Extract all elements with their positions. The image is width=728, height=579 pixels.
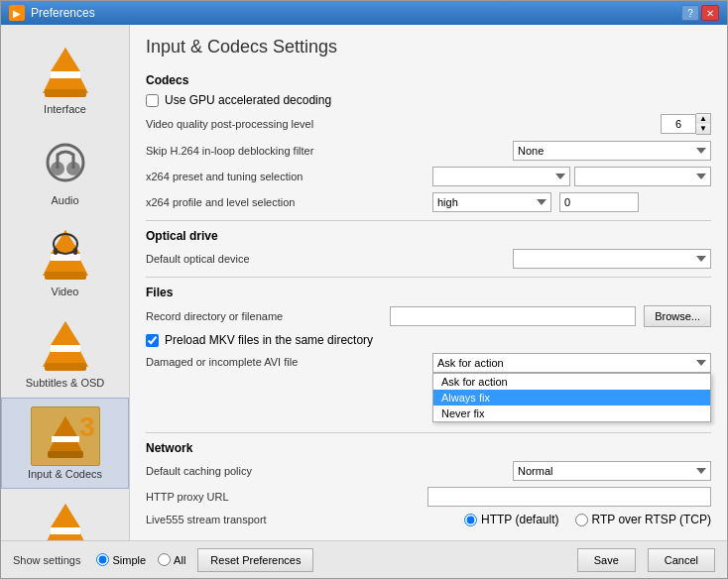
subtitles-icon — [36, 315, 95, 375]
live555-http-radio[interactable] — [464, 514, 477, 526]
all-radio-option[interactable]: All — [158, 553, 185, 566]
sidebar: Interface Audio — [1, 25, 130, 540]
codecs-section-header: Codecs — [146, 73, 711, 87]
svg-marker-2 — [51, 48, 80, 71]
reset-button[interactable]: Reset Preferences — [197, 548, 313, 572]
help-button[interactable]: ? — [681, 5, 699, 21]
simple-label: Simple — [112, 554, 146, 566]
x264-preset-select2[interactable] — [574, 167, 712, 186]
svg-rect-3 — [45, 89, 86, 97]
cancel-button[interactable]: Cancel — [648, 548, 715, 572]
svg-rect-15 — [51, 345, 80, 352]
svg-rect-23 — [51, 527, 80, 534]
save-button[interactable]: Save — [577, 548, 636, 572]
video-quality-row: Video quality post-processing level ▲ ▼ — [146, 113, 711, 135]
caching-select[interactable]: Normal — [513, 461, 711, 481]
audio-icon — [36, 133, 95, 192]
live555-http-option[interactable]: HTTP (default) — [464, 513, 558, 526]
record-dir-input[interactable] — [390, 306, 636, 326]
default-device-label: Default optical device — [146, 253, 505, 265]
http-proxy-row: HTTP proxy URL — [146, 487, 711, 507]
all-label: All — [174, 554, 185, 566]
svg-rect-21 — [48, 451, 83, 458]
x264-preset-label: x264 preset and tuning selection — [146, 171, 425, 182]
sidebar-item-hotkeys[interactable]: Hotkeys — [1, 489, 129, 540]
dropdown-item-always[interactable]: Always fix — [433, 390, 710, 405]
title-bar-buttons: ? ✕ — [681, 5, 719, 21]
svg-rect-19 — [52, 436, 79, 442]
simple-radio[interactable] — [96, 553, 109, 566]
page-title: Input & Codecs Settings — [146, 37, 711, 58]
interface-icon — [36, 42, 95, 101]
sidebar-item-input-codecs[interactable]: 3 Input & Codecs — [1, 398, 129, 489]
network-section-header: Network — [146, 441, 711, 455]
simple-radio-option[interactable]: Simple — [96, 553, 146, 566]
x264-profile-row: x264 profile and level selection high — [146, 192, 711, 212]
main-content: Input & Codecs Settings Codecs Use GPU a… — [130, 25, 727, 540]
gpu-accel-label: Use GPU accelerated decoding — [165, 93, 331, 107]
sidebar-item-audio[interactable]: Audio — [1, 124, 129, 215]
video-quality-input[interactable] — [661, 114, 696, 134]
default-device-select[interactable] — [513, 249, 711, 269]
video-icon — [36, 224, 95, 284]
spinner-buttons: ▲ ▼ — [696, 113, 711, 135]
x264-preset-select1[interactable] — [432, 167, 570, 186]
x264-level-input[interactable] — [559, 192, 639, 212]
live555-rtp-radio[interactable] — [575, 514, 588, 526]
damaged-avi-label: Damaged or incomplete AVI file — [146, 356, 425, 368]
live555-row: Live555 stream transport HTTP (default) … — [146, 513, 711, 526]
x264-preset-selects — [432, 167, 711, 186]
subtitles-cone-svg — [43, 319, 88, 371]
input-codecs-label: Input & Codecs — [28, 468, 102, 480]
live555-radio-group: HTTP (default) RTP over RTSP (TCP) — [464, 513, 711, 526]
interface-cone-svg — [43, 46, 88, 97]
damaged-avi-dropdown-open: Ask for action Always fix Never fix — [432, 373, 711, 422]
close-button[interactable]: ✕ — [701, 5, 719, 21]
sidebar-item-interface[interactable]: Interface — [1, 33, 129, 124]
divider-files — [146, 277, 711, 278]
title-bar: ▶ Preferences ? ✕ — [1, 1, 727, 25]
dropdown-item-ask[interactable]: Ask for action — [433, 374, 710, 390]
hotkeys-icon — [36, 498, 95, 540]
http-proxy-input[interactable] — [427, 487, 711, 507]
default-device-row: Default optical device — [146, 249, 711, 269]
browse-button[interactable]: Browse... — [644, 305, 711, 327]
audio-icon-svg — [44, 141, 87, 184]
http-proxy-label: HTTP proxy URL — [146, 491, 420, 503]
caching-row: Default caching policy Normal — [146, 461, 711, 481]
svg-rect-8 — [51, 254, 80, 261]
live555-rtp-option[interactable]: RTP over RTSP (TCP) — [575, 513, 711, 526]
video-quality-spinner: ▲ ▼ — [661, 113, 711, 135]
record-dir-row: Record directory or filename Browse... — [146, 305, 711, 327]
skip-h264-label: Skip H.264 in-loop deblocking filter — [146, 145, 505, 157]
live555-rtp-label: RTP over RTSP (TCP) — [592, 513, 711, 526]
svg-marker-20 — [54, 416, 77, 436]
preload-mkv-row: Preload MKV files in the same directory — [146, 333, 711, 347]
sidebar-item-video[interactable]: Video — [1, 215, 129, 306]
all-radio[interactable] — [158, 553, 171, 566]
svg-rect-10 — [45, 272, 86, 280]
svg-rect-17 — [45, 363, 86, 371]
video-quality-label: Video quality post-processing level — [146, 118, 653, 130]
video-cone-svg — [43, 228, 88, 280]
dropdown-item-never[interactable]: Never fix — [433, 405, 710, 421]
sidebar-item-subtitles[interactable]: Subtitles & OSD — [1, 306, 129, 398]
x264-profile-select[interactable]: high — [432, 192, 551, 212]
audio-label: Audio — [51, 194, 78, 206]
input-codecs-number: 3 — [79, 411, 95, 443]
preload-mkv-checkbox[interactable] — [146, 334, 159, 347]
damaged-avi-select[interactable]: Ask for action Always fix Never fix — [432, 353, 711, 373]
app-icon: ▶ — [9, 5, 25, 21]
input-codecs-cone-svg — [48, 414, 83, 458]
optical-section-header: Optical drive — [146, 229, 711, 243]
spinner-down[interactable]: ▼ — [696, 124, 710, 134]
spinner-up[interactable]: ▲ — [696, 114, 710, 124]
skip-h264-select[interactable]: None — [513, 141, 711, 161]
title-bar-left: ▶ Preferences — [9, 5, 95, 21]
gpu-accel-checkbox[interactable] — [146, 94, 159, 107]
window-title: Preferences — [31, 6, 95, 20]
svg-marker-16 — [51, 321, 80, 345]
x264-profile-controls: high — [432, 192, 711, 212]
x264-profile-label: x264 profile and level selection — [146, 196, 425, 208]
hotkeys-cone-svg — [43, 502, 88, 540]
